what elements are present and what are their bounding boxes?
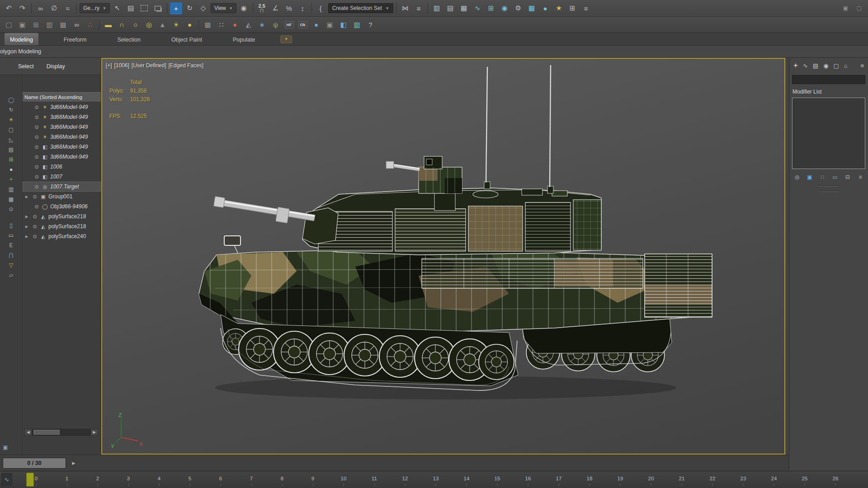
window-layout-icon[interactable]: ▢ bbox=[3, 19, 15, 31]
motion-wand-icon[interactable]: ★ bbox=[553, 2, 565, 14]
utilities-tab-icon[interactable]: ⌂ bbox=[844, 62, 848, 69]
hierarchy-tab-icon[interactable]: ▤ bbox=[813, 62, 818, 69]
refresh-icon[interactable]: ↻ bbox=[6, 106, 16, 113]
scroll-left-button[interactable]: ◀ bbox=[24, 429, 32, 436]
visibility-eye-icon[interactable]: ⊙ bbox=[33, 144, 40, 150]
visibility-eye-icon[interactable]: ⊙ bbox=[32, 224, 38, 230]
visibility-icon[interactable]: ⊙ bbox=[6, 205, 16, 213]
grid-helper-icon[interactable]: ⊞ bbox=[566, 2, 579, 14]
frame-tick[interactable]: 3 bbox=[127, 476, 130, 481]
tab-freeform[interactable]: Freeform bbox=[58, 33, 92, 45]
frame-tick[interactable]: 1 bbox=[66, 476, 68, 481]
grid-view-icon[interactable]: ▦ bbox=[6, 195, 16, 203]
grid-icon[interactable]: ⊞ bbox=[30, 19, 42, 31]
expand-arrow-icon[interactable]: ▶ bbox=[25, 215, 30, 219]
select-link-icon[interactable]: ∞ bbox=[34, 2, 47, 14]
frame-tick[interactable]: 24 bbox=[771, 476, 777, 481]
perspective-viewport[interactable]: [+] [1006] [User Defined] [Edged Faces] … bbox=[101, 58, 785, 455]
panel-resize-grip[interactable] bbox=[819, 191, 839, 192]
help-icon[interactable]: ? bbox=[364, 19, 377, 31]
curve-editor-icon[interactable]: ∿ bbox=[472, 2, 484, 14]
frame-tick[interactable]: 22 bbox=[710, 476, 716, 481]
page-icon[interactable]: ▯ bbox=[6, 221, 16, 229]
filter-geometry-icon[interactable]: ● bbox=[6, 165, 16, 173]
reference-coordinate-dropdown[interactable]: View ▼ bbox=[211, 3, 236, 13]
rendered-frame-icon[interactable]: ▦ bbox=[526, 2, 538, 14]
visibility-eye-icon[interactable]: ⊙ bbox=[33, 164, 40, 170]
frame-tick[interactable]: 8 bbox=[281, 476, 283, 481]
frame-tick[interactable]: 2 bbox=[96, 476, 99, 481]
select-move-icon[interactable]: + bbox=[170, 2, 182, 14]
frame-tick[interactable]: 19 bbox=[618, 476, 623, 481]
ribbon-toggle-icon[interactable]: ▦ bbox=[458, 2, 470, 14]
viewport-menu-label[interactable]: [+] bbox=[106, 62, 112, 69]
scroll-right-button[interactable]: ▶ bbox=[90, 429, 98, 436]
panel-resize-grip[interactable] bbox=[819, 185, 839, 187]
frame-tick[interactable]: 26 bbox=[833, 476, 839, 481]
render-production-icon[interactable]: ● bbox=[539, 2, 552, 14]
selection-lock-icon[interactable]: ▣ bbox=[1, 444, 9, 451]
expand-arrow-icon[interactable]: ▶ bbox=[25, 235, 30, 239]
rect-icon[interactable]: ▭ bbox=[6, 231, 16, 239]
angle-snap-icon[interactable]: ∠ bbox=[269, 2, 282, 14]
visibility-eye-icon[interactable]: ⊙ bbox=[33, 114, 40, 120]
frame-tick[interactable]: 0 bbox=[35, 476, 38, 481]
track-bar[interactable]: 0123456789101112131415161718192021222324… bbox=[0, 471, 868, 488]
blue-sphere-icon[interactable]: ● bbox=[310, 19, 322, 31]
add-object-icon[interactable]: ⊞ bbox=[6, 155, 16, 163]
circle-primitive-icon[interactable]: ● bbox=[184, 19, 196, 31]
frame-tick[interactable]: 10 bbox=[341, 476, 347, 481]
tab-modeling[interactable]: Modeling bbox=[5, 33, 38, 45]
scene-item[interactable]: ⊙ ☀ 3d66Model-949 bbox=[23, 112, 101, 122]
viewport-layout-icon[interactable]: ▣ bbox=[16, 19, 28, 31]
frame-tick[interactable]: 14 bbox=[464, 476, 470, 481]
material-sample-icon[interactable]: ● bbox=[229, 19, 241, 31]
selection-set-field[interactable]: Create Selection Set ▼ bbox=[328, 3, 393, 13]
frame-tick[interactable]: 25 bbox=[802, 476, 808, 481]
frame-tick[interactable]: 17 bbox=[556, 476, 562, 481]
layer-manager-icon[interactable]: ▤ bbox=[444, 2, 457, 14]
scene-item-group001[interactable]: ▶ ⊙ ▣ Group001 bbox=[23, 192, 101, 202]
next-frame-button[interactable]: ▶ bbox=[70, 459, 78, 467]
scene-item-obj3d66[interactable]: ⊙ ◯ Obj3d66-94906 bbox=[23, 202, 101, 211]
chart-icon[interactable]: ▥ bbox=[351, 19, 363, 31]
viewport-style-label[interactable]: [Edged Faces] bbox=[169, 62, 203, 69]
scene-item[interactable]: ⊙ ☀ 3d66Model-949 bbox=[23, 122, 101, 132]
menu-display[interactable]: Display bbox=[47, 63, 65, 70]
visibility-eye-icon[interactable]: ⊙ bbox=[32, 214, 38, 220]
e-badge-icon[interactable]: E bbox=[6, 241, 16, 249]
use-pivot-center-icon[interactable]: ◉ bbox=[238, 2, 250, 14]
frame-tick[interactable]: 20 bbox=[648, 476, 654, 481]
container-icon[interactable]: ▣ bbox=[324, 19, 336, 31]
align-icon[interactable]: ≡ bbox=[413, 2, 425, 14]
modifier-list-dropdown[interactable]: Modifier List bbox=[789, 84, 868, 98]
parallelogram-icon[interactable]: ▱ bbox=[6, 271, 16, 279]
frame-tick[interactable]: 15 bbox=[495, 476, 500, 481]
populate-icon[interactable]: ∴ bbox=[84, 19, 96, 31]
scene-item[interactable]: ⊙ ☀ 3d66Model-949 bbox=[23, 132, 101, 142]
show-end-result-icon[interactable]: ▣ bbox=[805, 173, 814, 181]
ok-badge-icon[interactable]: Ok bbox=[297, 19, 309, 31]
tab-selection[interactable]: Selection bbox=[112, 33, 146, 45]
column-layout-icon[interactable]: ▥ bbox=[43, 19, 56, 31]
frame-tick[interactable]: 5 bbox=[189, 476, 191, 481]
tab-object-paint[interactable]: Object Paint bbox=[166, 33, 208, 45]
frame-tick[interactable]: 16 bbox=[525, 476, 531, 481]
visibility-eye-icon[interactable]: ⊙ bbox=[33, 154, 40, 160]
percent-snap-icon[interactable]: % bbox=[283, 2, 295, 14]
filter-helpers-icon[interactable]: ◺ bbox=[6, 136, 16, 143]
pin-stack-icon[interactable]: ◎ bbox=[793, 173, 802, 181]
paint-connect-icon[interactable]: ∞ bbox=[71, 19, 83, 31]
modifier-stack[interactable] bbox=[792, 98, 865, 169]
ribbon-panel-strip[interactable]: olygon Modeling bbox=[0, 46, 868, 58]
window-crossing-icon[interactable] bbox=[152, 2, 164, 14]
visibility-eye-icon[interactable]: ⊙ bbox=[33, 204, 40, 210]
viewport-camera-label[interactable]: [1006] bbox=[114, 62, 129, 69]
bind-spacewarp-icon[interactable]: ≈ bbox=[61, 2, 74, 14]
dome-primitive-icon[interactable]: ∩ bbox=[116, 19, 128, 31]
scene-item-polysurface[interactable]: ▶ ⊙ ◭ polySurface218 bbox=[23, 221, 101, 231]
render-setup-icon[interactable]: ⚙ bbox=[512, 2, 524, 14]
maxscript-icon[interactable]: ≡ bbox=[580, 2, 592, 14]
magnet-icon[interactable]: ⋂ bbox=[6, 251, 16, 259]
monitor-icon[interactable]: ▦ bbox=[57, 19, 69, 31]
